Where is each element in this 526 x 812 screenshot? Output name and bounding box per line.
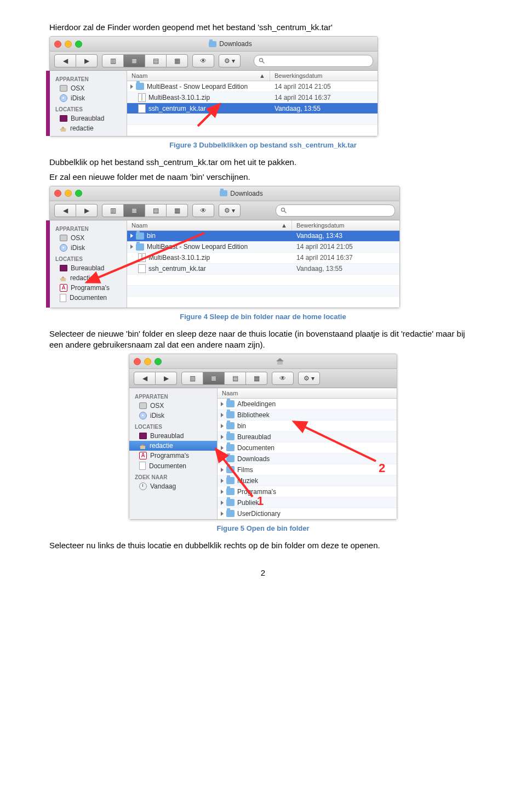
quicklook-button[interactable]: 👁 xyxy=(192,204,214,217)
sidebar-item-desktop[interactable]: Bureaublad xyxy=(129,431,217,441)
col-header-name[interactable]: Naam xyxy=(218,388,397,398)
col-header-date[interactable]: Bewerkingsdatum xyxy=(270,71,378,81)
sidebar-item-osx[interactable]: OSX xyxy=(50,233,127,243)
sidebar-item-osx[interactable]: OSX xyxy=(50,83,127,93)
close-icon[interactable] xyxy=(54,41,61,48)
disclosure-triangle-icon[interactable] xyxy=(221,512,224,516)
action-button[interactable]: ⚙ ▾ xyxy=(219,204,241,217)
disclosure-triangle-icon[interactable] xyxy=(130,84,133,89)
zoom-icon[interactable] xyxy=(155,358,162,365)
file-row[interactable]: Afbeeldingen xyxy=(218,399,397,410)
search-field[interactable] xyxy=(276,205,395,217)
file-row[interactable]: UserDictionary xyxy=(218,508,397,519)
search-field[interactable] xyxy=(254,55,373,67)
tar-icon xyxy=(138,264,146,273)
view-list-button[interactable]: ≣ xyxy=(203,372,225,385)
disclosure-triangle-icon[interactable] xyxy=(221,424,224,428)
forward-button[interactable]: ▶ xyxy=(76,54,98,67)
disclosure-triangle-icon[interactable] xyxy=(221,501,224,505)
back-button[interactable]: ◀ xyxy=(54,204,76,217)
zoom-icon[interactable] xyxy=(75,41,82,48)
sidebar-item-home[interactable]: redactie xyxy=(50,273,127,283)
file-row[interactable]: MultiBeast - Snow Leopard Edition 14 apr… xyxy=(127,81,378,92)
figure-4-caption: Figure 4 Sleep de bin folder naar de hom… xyxy=(49,313,477,321)
col-header-name[interactable]: Naam ▲ xyxy=(127,71,270,81)
sidebar-item-apps[interactable]: AProgramma's xyxy=(50,283,127,293)
file-row[interactable]: MultiBeast-3.10.1.zip 14 april 2014 16:3… xyxy=(127,253,399,264)
view-column-button[interactable]: ▤ xyxy=(145,54,167,67)
view-icon-button[interactable]: ▥ xyxy=(181,372,203,385)
file-row[interactable]: Muziek xyxy=(218,475,397,486)
quicklook-button[interactable]: 👁 xyxy=(272,372,294,385)
file-row[interactable]: ssh_centrum_kk.tar Vandaag, 13:55 xyxy=(127,264,399,275)
forward-button[interactable]: ▶ xyxy=(76,204,98,217)
view-list-button[interactable]: ≣ xyxy=(124,54,145,67)
search-icon xyxy=(259,58,265,64)
disclosure-triangle-icon[interactable] xyxy=(221,468,224,472)
sidebar-heading-devices: APPARATEN xyxy=(129,390,217,401)
sidebar-item-documents[interactable]: Documenten xyxy=(129,461,217,471)
minimize-icon[interactable] xyxy=(65,190,72,197)
view-column-button[interactable]: ▤ xyxy=(225,372,246,385)
close-icon[interactable] xyxy=(54,190,61,197)
minimize-icon[interactable] xyxy=(144,358,151,365)
minimize-icon[interactable] xyxy=(65,41,72,48)
file-row[interactable]: Programma's xyxy=(218,486,397,497)
desktop-icon xyxy=(60,115,67,122)
file-row[interactable]: Documenten xyxy=(218,442,397,453)
sidebar-item-idisk[interactable]: iDisk xyxy=(129,411,217,421)
sidebar-item-idisk[interactable]: iDisk xyxy=(50,93,127,103)
sidebar-item-today[interactable]: Vandaag xyxy=(129,481,217,491)
quicklook-button[interactable]: 👁 xyxy=(192,54,214,67)
disclosure-triangle-icon[interactable] xyxy=(221,402,224,406)
action-button[interactable]: ⚙ ▾ xyxy=(298,372,320,385)
col-header-date[interactable]: Bewerkingsdatum xyxy=(292,220,399,230)
sidebar-item-documents[interactable]: Documenten xyxy=(50,293,127,303)
file-row[interactable]: bin xyxy=(218,421,397,431)
view-coverflow-button[interactable]: ▦ xyxy=(167,54,188,67)
file-row[interactable]: Bureaublad xyxy=(218,431,397,442)
file-row-selected[interactable]: bin Vandaag, 13:43 xyxy=(127,231,399,242)
sidebar-item-home-selected[interactable]: redactie xyxy=(129,441,217,451)
zoom-icon[interactable] xyxy=(75,190,82,197)
view-coverflow-button[interactable]: ▦ xyxy=(246,372,267,385)
sidebar-item-desktop[interactable]: Bureaublad xyxy=(50,263,127,273)
file-row[interactable]: Downloads xyxy=(218,453,397,464)
folder-icon xyxy=(136,232,144,240)
sidebar-item-desktop[interactable]: Bureaublad xyxy=(50,113,127,123)
file-row[interactable]: Publiek xyxy=(218,497,397,508)
action-button[interactable]: ⚙ ▾ xyxy=(219,54,241,67)
disclosure-triangle-icon[interactable] xyxy=(221,413,224,417)
close-icon[interactable] xyxy=(134,358,141,365)
disclosure-triangle-icon[interactable] xyxy=(221,435,224,439)
view-column-button[interactable]: ▤ xyxy=(145,204,167,217)
back-button[interactable]: ◀ xyxy=(134,372,156,385)
view-coverflow-button[interactable]: ▦ xyxy=(167,204,188,217)
disclosure-triangle-icon[interactable] xyxy=(130,234,133,238)
disclosure-triangle-icon[interactable] xyxy=(221,479,224,483)
disclosure-triangle-icon[interactable] xyxy=(130,245,133,249)
view-icon-button[interactable]: ▥ xyxy=(102,54,124,67)
view-icon-button[interactable]: ▥ xyxy=(102,204,124,217)
disclosure-triangle-icon[interactable] xyxy=(221,457,224,461)
sidebar-item-osx[interactable]: OSX xyxy=(129,401,217,411)
file-row[interactable]: Films xyxy=(218,464,397,475)
col-header-name[interactable]: Naam ▲ xyxy=(127,220,292,230)
file-row[interactable]: Bibliotheek xyxy=(218,410,397,421)
traffic-lights xyxy=(54,41,82,48)
file-list: Naam ▲ Bewerkingsdatum MultiBeast - Snow… xyxy=(127,71,378,136)
folder-icon xyxy=(226,433,235,440)
disclosure-triangle-icon[interactable] xyxy=(221,490,224,494)
back-button[interactable]: ◀ xyxy=(54,54,76,67)
hd-icon xyxy=(139,402,147,409)
view-list-button[interactable]: ≣ xyxy=(124,204,145,217)
file-row-selected[interactable]: ssh_centrum_kk.tar Vandaag, 13:55 xyxy=(127,103,378,114)
disclosure-triangle-icon[interactable] xyxy=(221,446,224,450)
forward-button[interactable]: ▶ xyxy=(156,372,177,385)
sidebar-item-home[interactable]: redactie xyxy=(50,123,127,133)
sidebar-item-apps[interactable]: AProgramma's xyxy=(129,451,217,461)
sidebar-item-idisk[interactable]: iDisk xyxy=(50,243,127,253)
file-row[interactable]: MultiBeast - Snow Leopard Edition 14 apr… xyxy=(127,242,399,253)
home-icon xyxy=(139,442,146,449)
file-row[interactable]: MultiBeast-3.10.1.zip 14 april 2014 16:3… xyxy=(127,92,378,103)
